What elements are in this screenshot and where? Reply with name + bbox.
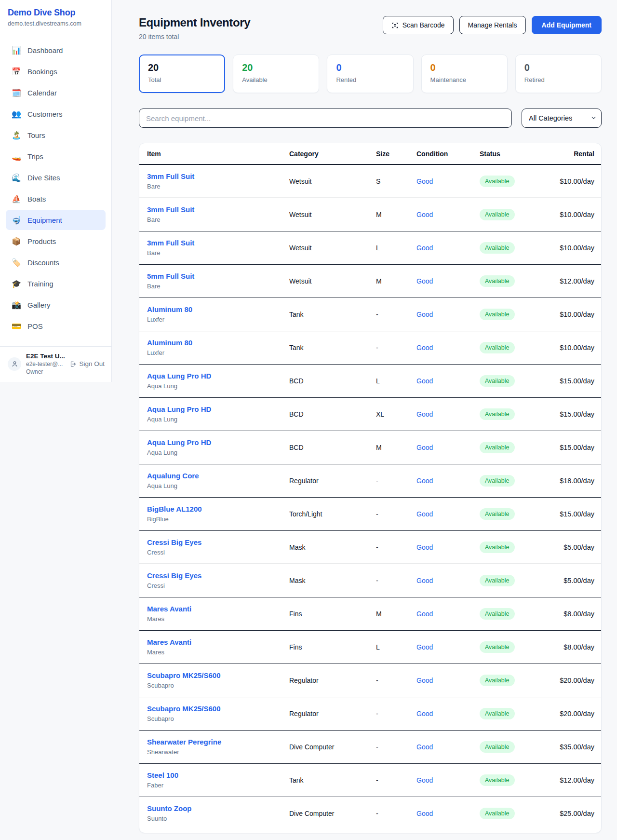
sidebar-item-trips[interactable]: 🚤 Trips — [6, 146, 106, 166]
item-category: Fins — [282, 597, 368, 630]
sidebar-item-calendar[interactable]: 🗓️ Calendar — [6, 82, 106, 103]
item-condition-link[interactable]: Good — [416, 244, 433, 252]
scan-barcode-button[interactable]: Scan Barcode — [383, 16, 454, 34]
sidebar-item-label: Products — [27, 237, 56, 245]
item-condition-link[interactable]: Good — [416, 377, 433, 385]
item-name-link[interactable]: Scubapro MK25/S600 — [147, 671, 221, 679]
item-condition-link[interactable]: Good — [416, 810, 433, 817]
brand-domain: demo.test.divestreams.com — [8, 20, 104, 27]
item-condition-link[interactable]: Good — [416, 510, 433, 518]
item-name-link[interactable]: Aluminum 80 — [147, 305, 192, 313]
sidebar-item-customers[interactable]: 👥 Customers — [6, 104, 106, 124]
item-condition-link[interactable]: Good — [416, 477, 433, 485]
table-row: Scubapro MK25/S600 Scubapro Regulator - … — [139, 697, 602, 730]
status-badge: Available — [480, 342, 515, 353]
item-rental-price: $35.00/day — [560, 743, 594, 751]
equipment-table: Item Category Size Condition Status Rent… — [139, 143, 602, 830]
sidebar-item-dive-sites[interactable]: 🌊 Dive Sites — [6, 167, 106, 188]
sidebar-item-equipment[interactable]: 🤿 Equipment — [6, 210, 106, 230]
add-equipment-button[interactable]: Add Equipment — [532, 16, 602, 34]
item-brand: Luxfer — [147, 316, 274, 323]
sidebar-item-gallery[interactable]: 📸 Gallery — [6, 295, 106, 315]
item-name-link[interactable]: Steel 100 — [147, 771, 178, 779]
item-name-link[interactable]: Mares Avanti — [147, 638, 191, 646]
search-input[interactable] — [139, 108, 512, 128]
stat-card-maintenance[interactable]: 0 Maintenance — [421, 54, 508, 93]
sidebar-item-label: Customers — [27, 110, 63, 118]
item-condition-link[interactable]: Good — [416, 311, 433, 318]
item-rental-price: $5.00/day — [563, 577, 594, 584]
item-size: M — [368, 198, 409, 231]
manage-rentals-button[interactable]: Manage Rentals — [459, 16, 526, 34]
item-name-link[interactable]: Cressi Big Eyes — [147, 571, 201, 580]
item-condition-link[interactable]: Good — [416, 643, 433, 651]
sidebar-item-dashboard[interactable]: 📊 Dashboard — [6, 40, 106, 60]
item-brand: BigBlue — [147, 515, 274, 523]
sidebar-item-icon: 📦 — [12, 237, 21, 246]
table-row: 3mm Full Suit Bare Wetsuit M Good Availa… — [139, 198, 602, 231]
item-category: BCD — [282, 397, 368, 431]
item-condition-link[interactable]: Good — [416, 610, 433, 618]
item-brand: Cressi — [147, 549, 274, 556]
item-name-link[interactable]: Scubapro MK25/S600 — [147, 705, 221, 713]
status-badge: Available — [480, 408, 515, 420]
item-condition-link[interactable]: Good — [416, 211, 433, 218]
sidebar-item-label: Dive Sites — [27, 174, 60, 182]
item-name-link[interactable]: 3mm Full Suit — [147, 239, 194, 247]
table-row: Aqua Lung Pro HD Aqua Lung BCD L Good Av… — [139, 364, 602, 397]
item-rental-price: $8.00/day — [563, 643, 594, 651]
table-row: Aqua Lung Pro HD Aqua Lung BCD M Good Av… — [139, 431, 602, 464]
sidebar-item-tours[interactable]: 🏝️ Tours — [6, 125, 106, 145]
item-name-link[interactable]: 5mm Full Suit — [147, 272, 194, 280]
item-rental-price: $15.00/day — [560, 377, 594, 385]
item-condition-link[interactable]: Good — [416, 776, 433, 784]
sidebar-item-pos[interactable]: 💳 POS — [6, 316, 106, 336]
sidebar-item-training[interactable]: 🎓 Training — [6, 273, 106, 294]
item-condition-link[interactable]: Good — [416, 543, 433, 551]
sidebar-item-bookings[interactable]: 📅 Bookings — [6, 61, 106, 81]
sidebar-item-boats[interactable]: ⛵ Boats — [6, 189, 106, 209]
item-name-link[interactable]: Suunto Zoop — [147, 804, 191, 813]
item-name-link[interactable]: Aqua Lung Pro HD — [147, 372, 211, 380]
item-category: Wetsuit — [282, 198, 368, 231]
item-condition-link[interactable]: Good — [416, 677, 433, 684]
item-name-link[interactable]: Cressi Big Eyes — [147, 538, 201, 546]
item-condition-link[interactable]: Good — [416, 277, 433, 285]
stat-card-available[interactable]: 20 Available — [233, 54, 319, 93]
item-condition-link[interactable]: Good — [416, 444, 433, 451]
sidebar-item-discounts[interactable]: 🏷️ Discounts — [6, 252, 106, 272]
item-name-link[interactable]: Aqualung Core — [147, 472, 199, 480]
item-condition-link[interactable]: Good — [416, 743, 433, 751]
item-brand: Bare — [147, 283, 274, 290]
sign-out-icon — [69, 361, 76, 367]
item-condition-link[interactable]: Good — [416, 177, 433, 185]
item-name-link[interactable]: Aqua Lung Pro HD — [147, 405, 211, 413]
item-name-link[interactable]: Shearwater Peregrine — [147, 738, 221, 746]
user-meta: E2E Test U... e2e-tester@... Owner — [26, 352, 65, 375]
item-condition-link[interactable]: Good — [416, 577, 433, 584]
stat-card-retired[interactable]: 0 Retired — [515, 54, 602, 93]
item-name-link[interactable]: Aqua Lung Pro HD — [147, 438, 211, 447]
status-badge: Available — [480, 542, 515, 553]
sidebar-item-products[interactable]: 📦 Products — [6, 231, 106, 251]
item-name-link[interactable]: Mares Avanti — [147, 605, 191, 613]
item-category: Wetsuit — [282, 164, 368, 198]
sign-out-button[interactable]: Sign Out — [69, 360, 105, 367]
item-category: BCD — [282, 364, 368, 397]
item-condition-link[interactable]: Good — [416, 410, 433, 418]
brand-name: Demo Dive Shop — [8, 8, 104, 18]
status-badge: Available — [480, 508, 515, 520]
sidebar-item-icon: 🌊 — [12, 173, 21, 182]
category-select[interactable]: All Categories — [522, 108, 602, 128]
item-name-link[interactable]: 3mm Full Suit — [147, 172, 194, 180]
category-select-wrap: All Categories — [522, 108, 602, 128]
item-name-link[interactable]: Aluminum 80 — [147, 339, 192, 347]
table-row: Aluminum 80 Luxfer Tank - Good Available… — [139, 331, 602, 364]
item-condition-link[interactable]: Good — [416, 710, 433, 718]
item-condition-link[interactable]: Good — [416, 344, 433, 352]
item-name-link[interactable]: BigBlue AL1200 — [147, 505, 202, 513]
item-name-link[interactable]: 3mm Full Suit — [147, 205, 194, 214]
stat-card-total[interactable]: 20 Total — [139, 54, 225, 93]
scan-barcode-label: Scan Barcode — [402, 21, 445, 29]
stat-card-rented[interactable]: 0 Rented — [327, 54, 413, 93]
